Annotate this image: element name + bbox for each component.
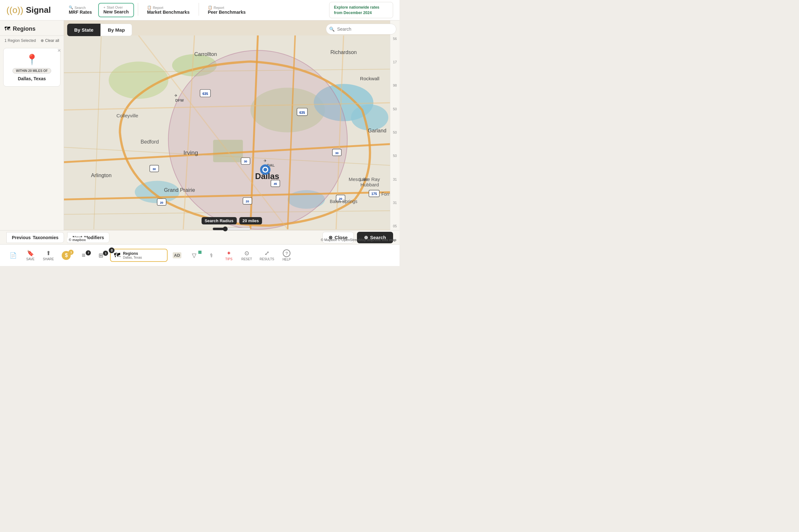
plus-icon: + (103, 5, 105, 9)
task-grid[interactable]: 1 ⊞ (93, 250, 109, 261)
nav-divider-1 (138, 3, 138, 16)
nav-market-benchmarks[interactable]: 📋 Report Market Benchmarks (142, 3, 195, 17)
taskbar: 📄 🔖 SAVE ⬆ SHARE 1 $ 7 ≡ 1 ⊞ 0 🗺 Regions… (0, 244, 400, 266)
region-count-bar: 1 Region Selected ⊗ Clear all (0, 36, 64, 45)
prev-sub: Taxonomies (33, 235, 58, 240)
reset-label: RESET (241, 258, 252, 261)
clear-all-button[interactable]: ⊗ Clear all (41, 38, 59, 43)
nav-new-search-label: New Search (103, 9, 129, 14)
filter-icon: ▽ (192, 252, 197, 259)
report-icon-1: 📋 (147, 5, 152, 10)
task-help[interactable]: ? HELP (279, 247, 295, 263)
svg-text:30: 30 (244, 160, 247, 163)
task-share[interactable]: ⬆ SHARE (40, 248, 57, 263)
task-save[interactable]: 🔖 SAVE (22, 248, 38, 263)
map-search-icon: 🔍 (329, 26, 335, 32)
task-results[interactable]: ⤢ RESULTS (257, 248, 277, 263)
radius-labels: Search Radius 20 miles (202, 217, 262, 225)
nav-peer-benchmarks[interactable]: 📋 Report Peer Benchmarks (203, 3, 251, 17)
nav-peer-label: Peer Benchmarks (208, 10, 246, 15)
right-numbers: 56 17 98 50 50 50 31 31 05 (390, 20, 400, 244)
regions-map-task-icon: 🗺 (114, 252, 120, 259)
panel-title: Regions (13, 25, 36, 32)
bottom-nav-bar: Previous Taxonomies Next Modifiers ⊗ Clo… (0, 230, 400, 244)
svg-text:Balch Springs: Balch Springs (330, 199, 357, 204)
left-panel: 🗺 Regions 1 Region Selected ⊗ Clear all … (0, 20, 64, 244)
svg-text:Richardson: Richardson (330, 49, 357, 55)
task-list[interactable]: 7 ≡ (75, 250, 92, 261)
map-attribution: © Mapbox © OpenStreetMap Improve this ma… (321, 238, 396, 242)
nav-mrf-top: 🔍 Search (69, 5, 86, 10)
search-radius-container: Search Radius 20 miles (202, 217, 262, 231)
task-tips[interactable]: ✦ TIPS (221, 248, 237, 263)
nav-mrf-rates[interactable]: 🔍 Search MRF Rates (64, 3, 97, 17)
list-icon: ≡ (82, 252, 86, 259)
remove-region-button[interactable]: ✕ (57, 48, 61, 53)
grid-badge: 1 (103, 251, 108, 256)
task-filter[interactable]: ▽ (186, 250, 202, 261)
radius-slider[interactable] (213, 226, 251, 231)
header: ((o)) Signal 🔍 Search MRF Rates + Start … (0, 0, 400, 20)
region-card-wrapper: ✕ 📍 WITHIN 20 MILES OF Dallas, Texas (0, 45, 64, 89)
nav-mrf-label: MRF Rates (69, 10, 92, 15)
logo: ((o)) Signal (6, 5, 51, 15)
svg-point-1 (109, 62, 168, 99)
search-icon: 🔍 (69, 5, 73, 10)
svg-text:✈: ✈ (174, 93, 178, 97)
help-icon: ? (283, 249, 291, 257)
tab-by-state[interactable]: By State (67, 24, 100, 36)
panel-header: 🗺 Regions (0, 20, 64, 36)
svg-text:Arlington: Arlington (91, 172, 111, 178)
nav-group: 🔍 Search MRF Rates + Start Over New Sear… (64, 3, 251, 17)
svg-text:Colleyville: Colleyville (116, 113, 138, 118)
share-icon: ⬆ (46, 250, 51, 257)
reset-icon: ⊙ (244, 250, 249, 257)
svg-text:20: 20 (246, 200, 249, 203)
svg-text:635: 635 (299, 111, 305, 114)
svg-text:Grand Prairie: Grand Prairie (164, 187, 195, 193)
nav-new-search[interactable]: + Start Over New Search (98, 3, 134, 17)
task-stethoscope[interactable]: ⚕ (203, 250, 219, 261)
nav-new-search-top: + Start Over (103, 5, 123, 9)
tab-by-map[interactable]: By Map (100, 24, 132, 36)
tips-label: TIPS (225, 258, 232, 261)
task-book[interactable]: 📄 (5, 250, 21, 261)
dollar-badge: 1 (69, 250, 74, 255)
map-svg: 635 635 30 30 30 20 20 20 45 175 Rich (64, 20, 400, 244)
mapbox-logo: © mapbox (67, 238, 87, 242)
nav-market-top: 📋 Report (147, 5, 164, 10)
map-search-input[interactable] (326, 24, 396, 35)
svg-text:30: 30 (153, 168, 156, 171)
task-regions-active[interactable]: 0 🗺 Regions Dallas, Texas (110, 249, 168, 262)
search-radius-label: Search Radius (202, 217, 237, 225)
save-icon: 🔖 (27, 250, 34, 257)
regions-task-sublabel: Dallas, Texas (123, 256, 142, 259)
clear-icon: ⊗ (41, 38, 44, 43)
svg-text:175: 175 (371, 192, 377, 196)
map-controls: By State By Map (67, 24, 132, 36)
location-pin-icon: 📍 (25, 53, 38, 65)
svg-text:Mesquite: Mesquite (349, 176, 368, 182)
regions-map-icon: 🗺 (4, 25, 10, 32)
svg-text:Bedford: Bedford (141, 139, 159, 145)
explore-banner: Explore nationwide rates from December 2… (329, 2, 393, 19)
search-radius-value: 20 miles (239, 217, 262, 225)
task-ad[interactable]: AD (169, 250, 185, 260)
svg-text:Rockwall: Rockwall (360, 76, 379, 81)
region-card: ✕ 📍 WITHIN 20 MILES OF Dallas, Texas (3, 48, 60, 87)
regions-task-text: Regions Dallas, Texas (123, 251, 142, 259)
svg-text:30: 30 (335, 152, 338, 155)
stethoscope-icon: ⚕ (210, 252, 213, 259)
improve-map-link[interactable]: Improve this map (367, 238, 396, 242)
svg-text:Irving: Irving (184, 149, 198, 156)
svg-text:Carrollton: Carrollton (194, 51, 217, 57)
region-count-label: 1 Region Selected (4, 38, 36, 43)
regions-task-label: Regions (123, 251, 142, 256)
task-reset[interactable]: ⊙ RESET (238, 248, 255, 263)
prev-button[interactable]: Previous Taxonomies (6, 232, 64, 243)
list-badge: 7 (86, 250, 91, 255)
results-label: RESULTS (260, 258, 274, 261)
logo-icon: ((o)) (6, 5, 23, 15)
svg-text:Hubbard: Hubbard (360, 182, 379, 187)
task-dollar[interactable]: 1 $ (58, 249, 74, 262)
